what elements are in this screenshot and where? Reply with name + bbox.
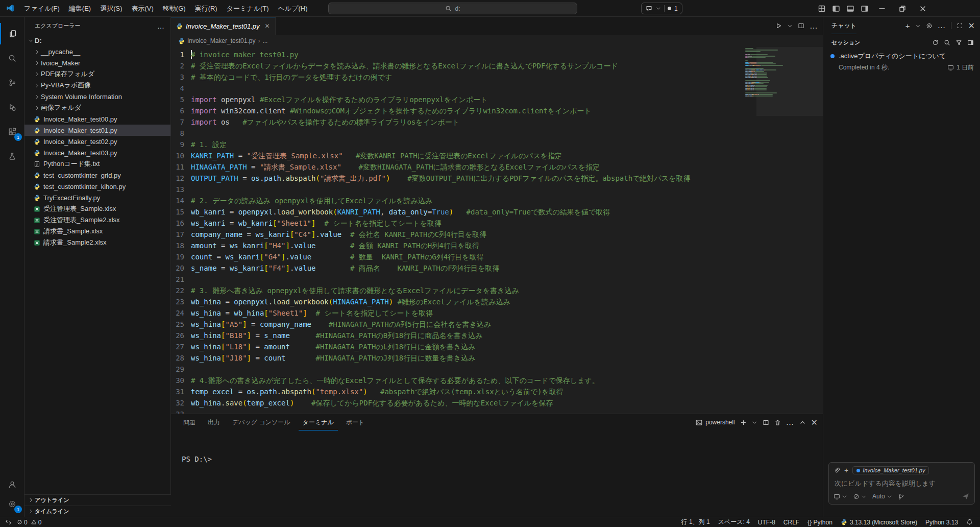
filter-icon[interactable] — [955, 39, 962, 46]
code-line[interactable]: 23wb_hina = openpyxl.load_workbook(HINAG… — [171, 296, 753, 307]
tree-item[interactable]: Py-VBAラボ画像 — [24, 80, 170, 91]
notifications-bell-icon[interactable] — [966, 519, 973, 525]
code-line[interactable]: 14# 2. データの読み込み openpyxlを使用してExcelファイルを読… — [171, 195, 753, 206]
code-line[interactable]: 1# invoice_maker_test01.py — [171, 49, 753, 60]
statusbar-item[interactable]: Python 3.13 — [925, 519, 958, 526]
tree-item[interactable]: Pythonコード集.txt — [24, 158, 170, 170]
terminal-profile-dropdown-icon[interactable] — [752, 420, 757, 425]
tree-item[interactable]: 受注管理表_Sample2.xlsx — [24, 214, 170, 226]
code-line[interactable]: 4 — [171, 83, 753, 94]
toggle-primary-sidebar-icon[interactable] — [829, 0, 843, 17]
code-line[interactable]: 26ws_hina["B18"] = s_name #HINAGATA_PATH… — [171, 330, 753, 341]
split-editor-icon[interactable] — [798, 22, 804, 29]
open-session-editor-icon[interactable] — [967, 39, 974, 46]
chevron-down-icon[interactable] — [915, 23, 921, 29]
tools-picker[interactable] — [853, 493, 867, 500]
tree-item[interactable]: Invoice_Maker_test00.py — [24, 113, 170, 125]
menu-item[interactable]: ファイル(F) — [19, 0, 64, 17]
menu-item[interactable]: 表示(V) — [127, 0, 158, 17]
code-line[interactable]: 10KANRI_PATH = "受注管理表_Sample.xlsx" #変数KA… — [171, 150, 753, 161]
toggle-panel-icon[interactable] — [843, 0, 857, 17]
toggle-secondary-sidebar-icon[interactable] — [857, 0, 872, 17]
statusbar-item[interactable]: CRLF — [783, 519, 799, 526]
breadcrumb-file[interactable]: Invoice_Maker_test01.py — [187, 37, 255, 44]
panel-more-actions-icon[interactable]: … — [786, 418, 794, 427]
split-terminal-icon[interactable] — [763, 419, 769, 426]
code-line[interactable]: 25ws_hina["A5"] = company_name #HINAGATA… — [171, 319, 753, 330]
statusbar-item[interactable]: {} Python — [807, 519, 832, 526]
code-line[interactable]: 17company_name = ws_kanri["C4"].value # … — [171, 229, 753, 240]
tab-close-icon[interactable]: ✕ — [265, 22, 270, 30]
run-file-icon[interactable] — [775, 22, 782, 29]
menu-item[interactable]: ヘルプ(H) — [274, 0, 312, 17]
panel-tab[interactable]: デバッグ コンソール — [228, 414, 295, 430]
search-activity-icon[interactable] — [0, 47, 24, 69]
close-chat-icon[interactable]: ✕ — [968, 21, 975, 31]
session-list-item[interactable]: .activeプロパティのシートについて Completed in 4 秒. 1… — [823, 49, 980, 74]
code-line[interactable]: 9# 1. 設定 — [171, 139, 753, 150]
tree-item[interactable]: System Volume Information — [24, 91, 170, 102]
statusbar-item[interactable]: 行 1、列 1 — [681, 518, 710, 526]
code-line[interactable]: 5import openpyxl #Excelファイルを操作するためのライブラリ… — [171, 94, 753, 105]
code-line[interactable]: 2# 受注管理表のExcelファイルからデータを読み込み、請求書の雛形となるEx… — [171, 60, 753, 71]
testing-icon[interactable] — [0, 146, 24, 167]
code-line[interactable]: 3# 基本的なコードで、1行目のデータを処理するだけの例です — [171, 71, 753, 83]
expand-chat-icon[interactable] — [957, 22, 963, 29]
timeline-section[interactable]: タイムライン — [24, 506, 171, 517]
chat-tab[interactable]: チャット — [831, 17, 856, 34]
code-line[interactable]: 8 — [171, 128, 753, 139]
explorer-activity-icon[interactable] — [0, 23, 24, 44]
code-editor[interactable]: 1# invoice_maker_test01.py2# 受注管理表のExcel… — [171, 47, 823, 414]
panel-tab[interactable]: 問題 — [179, 414, 200, 430]
tree-item[interactable]: Invoice_Maker_test02.py — [24, 136, 170, 147]
tree-item[interactable]: Ivoice_Maker — [24, 57, 170, 68]
code-line[interactable]: 29 — [171, 364, 753, 375]
window-close-button[interactable] — [913, 0, 933, 17]
add-context-icon[interactable]: + — [844, 466, 848, 474]
code-line[interactable]: 7import os #ファイルやパスを操作するための標準ライブラリosをインポ… — [171, 116, 753, 128]
menu-item[interactable]: 移動(G) — [158, 0, 190, 17]
command-center-search[interactable]: d: — [328, 3, 577, 14]
tree-item[interactable]: test_customtkinter_grid.py — [24, 170, 170, 181]
run-dropdown-icon[interactable] — [787, 23, 793, 29]
tree-item[interactable]: Invoice_Maker_test01.py — [24, 125, 170, 136]
code-line[interactable]: 12OUTPUT_PATH = os.path.abspath("請求書_出力.… — [171, 173, 753, 184]
mode-picker[interactable] — [834, 493, 847, 500]
close-panel-icon[interactable]: ✕ — [811, 418, 818, 427]
outline-section[interactable]: アウトライン — [24, 494, 171, 506]
refresh-icon[interactable] — [932, 39, 939, 46]
terminal-profile[interactable]: powershell — [696, 419, 734, 426]
panel-tab[interactable]: ポート — [342, 414, 369, 430]
maximize-panel-icon[interactable] — [799, 419, 806, 426]
breadcrumb-symbol[interactable]: ... — [262, 37, 267, 44]
menu-item[interactable]: ターミナル(T) — [222, 0, 274, 17]
extensions-icon[interactable]: 1 — [0, 121, 24, 142]
attach-context-icon[interactable] — [834, 467, 840, 474]
customize-layout-icon[interactable] — [815, 0, 829, 17]
code-line[interactable]: 6import win32com.client #WindowsのCOMオブジェ… — [171, 105, 753, 116]
copilot-status-pill[interactable]: 1 — [641, 3, 682, 14]
code-line[interactable]: 33 — [171, 409, 753, 414]
menu-item[interactable]: 選択(S) — [95, 0, 127, 17]
panel-tab[interactable]: ターミナル — [299, 414, 338, 430]
more-actions-icon[interactable]: … — [810, 21, 818, 31]
menu-item[interactable]: 実行(R) — [190, 0, 222, 17]
editor-tab[interactable]: Invoice_Maker_test01.py ✕ — [171, 17, 276, 35]
tree-item[interactable]: 請求書_Sample.xlsx — [24, 226, 170, 237]
statusbar-item[interactable]: 3.13.13 (Microsoft Store) — [841, 519, 917, 526]
code-line[interactable]: 15wb_kanri = openpyxl.load_workbook(KANR… — [171, 206, 753, 218]
new-chat-icon[interactable]: + — [905, 21, 910, 30]
account-icon[interactable] — [0, 474, 24, 495]
model-picker[interactable]: Auto — [872, 493, 892, 500]
terminal-content[interactable]: PS D:\> — [171, 430, 823, 517]
new-terminal-icon[interactable] — [740, 419, 747, 426]
send-button[interactable] — [962, 492, 970, 500]
code-line[interactable]: 16ws_kanri = wb_kanri["Sheet1"] # シート名を指… — [171, 218, 753, 229]
code-line[interactable]: 22# 3. 雛形へ書き込み opnepyxlを使用して請求書の雛形となるExc… — [171, 285, 753, 296]
code-line[interactable]: 24ws_hina = wb_hina["Sheet1"] # シート名を指定し… — [171, 307, 753, 319]
source-control-icon[interactable] — [0, 72, 24, 93]
code-line[interactable]: 19count = ws_kanri["G4"].value # 数量 KANR… — [171, 251, 753, 262]
code-line[interactable]: 20s_name = ws_kanri["F4"].value # 商品名 KA… — [171, 262, 753, 274]
tree-root[interactable]: D: — [24, 35, 170, 46]
code-line[interactable]: 31temp_excel = os.path.abspath("temp.xls… — [171, 386, 753, 397]
